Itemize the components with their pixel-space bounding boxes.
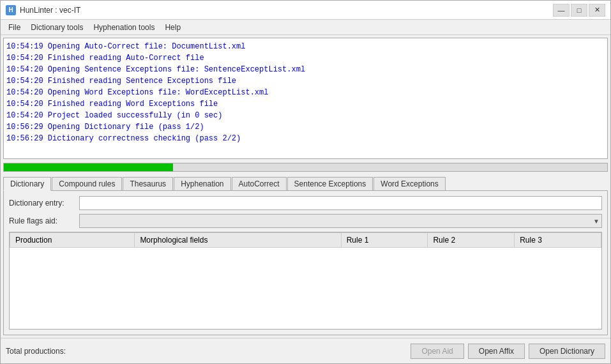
col-production: Production — [10, 233, 135, 248]
log-line: 10:54:20 Finished reading Auto-Correct f… — [6, 52, 605, 64]
dictionary-entry-row: Dictionary entry: — [9, 196, 602, 210]
productions-table: Production Morphological fields Rule 1 R… — [10, 232, 601, 248]
col-rule2: Rule 2 — [428, 233, 515, 248]
rule-flags-select[interactable] — [79, 214, 602, 228]
progress-container — [3, 163, 608, 172]
window-controls: — □ ✕ — [553, 4, 605, 17]
menu-file[interactable]: File — [3, 22, 26, 33]
dictionary-entry-input[interactable] — [79, 196, 602, 210]
tab-compound-rules[interactable]: Compound rules — [52, 177, 122, 191]
tab-thesaurus[interactable]: Thesaurus — [123, 177, 173, 191]
entry-label: Dictionary entry: — [9, 199, 79, 208]
data-table-container[interactable]: Production Morphological fields Rule 1 R… — [9, 232, 602, 330]
log-line: 10:54:20 Opening Word Exceptions file: W… — [6, 87, 605, 98]
menu-hyphenation-tools[interactable]: Hyphenation tools — [88, 22, 160, 33]
log-line: 10:56:29 Opening Dictionary file (pass 1… — [6, 121, 605, 133]
menu-bar: File Dictionary tools Hyphenation tools … — [1, 20, 610, 35]
open-dictionary-button[interactable]: Open Dictionary — [529, 344, 605, 359]
title-bar-left: H HunLinter : vec-IT — [6, 5, 80, 15]
main-panel: Dictionary entry: Rule flags aid: ▼ Prod… — [3, 190, 608, 335]
bottom-left: Total productions: — [6, 347, 66, 356]
main-window: H HunLinter : vec-IT — □ ✕ File Dictiona… — [0, 0, 611, 364]
rule-flags-row: Rule flags aid: ▼ — [9, 214, 602, 228]
log-line: 10:54:19 Opening Auto-Correct file: Docu… — [6, 41, 605, 52]
log-area[interactable]: 10:54:19 Opening Auto-Correct file: Docu… — [3, 38, 608, 159]
col-rule3: Rule 3 — [515, 233, 601, 248]
menu-dictionary-tools[interactable]: Dictionary tools — [26, 22, 88, 33]
col-morphological-fields: Morphological fields — [135, 233, 341, 248]
rule-flags-select-wrapper: ▼ — [79, 214, 602, 228]
menu-help[interactable]: Help — [160, 22, 186, 33]
tab-hyphenation[interactable]: Hyphenation — [174, 177, 230, 191]
log-line: 10:54:20 Finished reading Word Exception… — [6, 98, 605, 110]
window-title: HunLinter : vec-IT — [20, 6, 80, 15]
tab-word-exceptions[interactable]: Word Exceptions — [373, 177, 446, 191]
tab-sentence-exceptions[interactable]: Sentence Exceptions — [287, 177, 373, 191]
title-bar: H HunLinter : vec-IT — □ ✕ — [1, 1, 610, 20]
log-line: 10:56:29 Dictionary correctness checking… — [6, 133, 605, 144]
log-line: 10:54:20 Finished reading Sentence Excep… — [6, 75, 605, 87]
bottom-buttons: Open Aid Open Affix Open Dictionary — [411, 344, 605, 359]
progress-bar — [4, 163, 173, 171]
tab-bar: Dictionary Compound rules Thesaurus Hyph… — [1, 174, 610, 190]
log-line: 10:54:20 Project loaded successfully (in… — [6, 110, 605, 121]
bottom-bar: Total productions: Open Aid Open Affix O… — [1, 338, 610, 363]
maximize-button[interactable]: □ — [571, 4, 587, 17]
total-productions-label: Total productions: — [6, 347, 66, 356]
col-rule1: Rule 1 — [341, 233, 428, 248]
app-icon: H — [6, 5, 16, 15]
minimize-button[interactable]: — — [553, 4, 570, 17]
rule-flags-label: Rule flags aid: — [9, 216, 79, 225]
close-button[interactable]: ✕ — [589, 4, 605, 17]
open-aid-button[interactable]: Open Aid — [411, 344, 464, 359]
log-line: 10:54:20 Opening Sentence Exceptions fil… — [6, 64, 605, 75]
tab-autocorrect[interactable]: AutoCorrect — [232, 177, 287, 191]
tab-dictionary[interactable]: Dictionary — [3, 177, 51, 191]
open-affix-button[interactable]: Open Affix — [468, 344, 525, 359]
